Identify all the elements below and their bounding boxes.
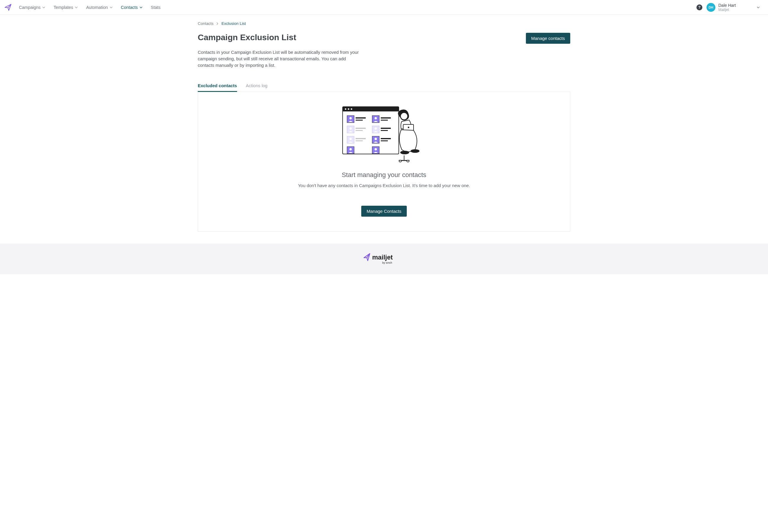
footer-brand-text: mailjet (372, 254, 393, 261)
svg-point-40 (407, 160, 409, 162)
mailjet-logo: mailjet by sınch (363, 252, 405, 265)
nav-label: Campaigns (19, 5, 40, 10)
nav-automation[interactable]: Automation (82, 0, 116, 15)
svg-rect-8 (356, 120, 363, 121)
tabs: Excluded contacts Actions log (198, 80, 570, 92)
svg-rect-15 (356, 128, 366, 129)
svg-rect-7 (356, 117, 366, 119)
top-nav: Campaigns Templates Automation Contacts … (0, 0, 768, 15)
svg-rect-16 (356, 130, 363, 131)
svg-point-32 (375, 148, 377, 150)
chevron-down-icon (110, 7, 113, 8)
tab-excluded-contacts[interactable]: Excluded contacts (198, 80, 237, 92)
tab-actions-log[interactable]: Actions log (246, 80, 268, 92)
user-texts: Dale Hart Mailjet (718, 3, 736, 12)
page-content: Contacts Exclusion List Campaign Exclusi… (195, 15, 573, 232)
svg-rect-23 (356, 138, 366, 139)
nav-contacts[interactable]: Contacts (117, 0, 147, 15)
svg-point-33 (401, 113, 408, 120)
svg-rect-12 (381, 120, 388, 121)
page-header: Campaign Exclusion List Manage contacts (198, 33, 570, 44)
paper-plane-icon (4, 4, 12, 11)
svg-rect-27 (381, 138, 391, 139)
nav-label: Templates (54, 5, 73, 10)
manage-contacts-button-empty[interactable]: Manage Contacts (361, 206, 407, 217)
svg-point-3 (348, 108, 349, 110)
svg-rect-24 (356, 140, 363, 141)
chevron-right-icon (216, 22, 218, 25)
svg-rect-11 (381, 117, 391, 119)
help-icon[interactable]: ? (696, 4, 702, 10)
page-title: Campaign Exclusion List (198, 33, 296, 42)
svg-point-37 (411, 150, 419, 153)
nav-label: Stats (151, 5, 161, 10)
nav-items: Campaigns Templates Automation Contacts … (15, 0, 165, 15)
svg-rect-28 (381, 140, 388, 141)
logo[interactable] (2, 4, 15, 11)
page-description: Contacts in your Campaign Exclusion List… (198, 49, 363, 68)
svg-point-4 (351, 108, 352, 110)
nav-templates[interactable]: Templates (49, 0, 82, 15)
svg-point-6 (349, 117, 352, 119)
manage-contacts-button[interactable]: Manage contacts (526, 33, 570, 44)
empty-state-panel: Start managing your contacts You don't h… (198, 92, 570, 232)
nav-right: ? DH Dale Hart Mailjet (696, 3, 766, 12)
svg-point-22 (349, 138, 352, 140)
user-name: Dale Hart (718, 3, 736, 8)
svg-point-39 (399, 160, 401, 162)
nav-campaigns[interactable]: Campaigns (15, 0, 49, 15)
svg-point-36 (401, 151, 409, 154)
footer: mailjet by sınch (0, 244, 768, 274)
empty-state-title: Start managing your contacts (342, 171, 426, 179)
svg-point-2 (345, 108, 346, 110)
nav-stats[interactable]: Stats (147, 0, 165, 15)
empty-state-subtitle: You don't have any contacts in Campaigns… (298, 183, 470, 188)
breadcrumb: Contacts Exclusion List (198, 21, 570, 26)
breadcrumb-current: Exclusion List (221, 21, 246, 26)
avatar: DH (707, 3, 715, 12)
nav-label: Automation (86, 5, 108, 10)
svg-point-14 (349, 127, 352, 130)
svg-point-35 (408, 127, 409, 128)
chevron-down-icon (75, 7, 78, 8)
svg-point-26 (375, 138, 377, 140)
svg-point-18 (375, 127, 377, 130)
chevron-down-icon (757, 7, 760, 8)
contacts-illustration (340, 104, 428, 163)
user-org: Mailjet (718, 8, 736, 12)
svg-point-10 (375, 117, 377, 119)
chevron-down-icon (140, 7, 142, 8)
footer-byline-text: by sınch (382, 261, 392, 264)
nav-label: Contacts (121, 5, 138, 10)
svg-rect-19 (381, 128, 391, 129)
svg-rect-20 (381, 130, 388, 131)
chevron-down-icon (42, 7, 45, 8)
user-menu[interactable]: DH Dale Hart Mailjet (707, 3, 760, 12)
svg-point-30 (349, 148, 352, 150)
breadcrumb-parent[interactable]: Contacts (198, 21, 213, 26)
